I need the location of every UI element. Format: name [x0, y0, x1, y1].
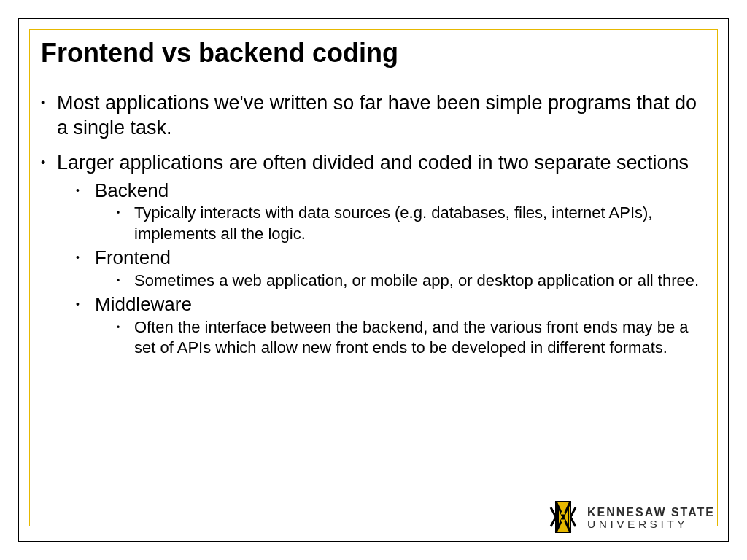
- slide-content: Frontend vs backend coding Most applicat…: [41, 38, 706, 519]
- sub-bullet-label: Middleware: [95, 293, 192, 315]
- detail-text: Often the interface between the backend,…: [134, 318, 688, 357]
- sub-bullet-frontend: Frontend Sometimes a web application, or…: [76, 246, 706, 291]
- logo-line1: KENNESAW STATE: [587, 507, 715, 518]
- university-logo: KENNESAW STATE UNIVERSITY: [546, 500, 715, 537]
- sub-bullet-label: Backend: [95, 179, 169, 201]
- bullet-text: Larger applications are often divided an…: [57, 152, 689, 174]
- bullet-list: Most applications we've written so far h…: [41, 91, 706, 357]
- sub-bullet-list: Backend Typically interacts with data so…: [57, 179, 706, 358]
- detail-item: Sometimes a web application, or mobile a…: [117, 271, 706, 291]
- detail-list: Often the interface between the backend,…: [95, 317, 706, 358]
- detail-list: Typically interacts with data sources (e…: [95, 203, 706, 244]
- bullet-text: Most applications we've written so far h…: [57, 92, 697, 139]
- ks-logo-icon: [546, 500, 580, 537]
- sub-bullet-label: Frontend: [95, 246, 171, 268]
- detail-item: Typically interacts with data sources (e…: [117, 203, 706, 244]
- logo-text: KENNESAW STATE UNIVERSITY: [587, 507, 715, 530]
- detail-text: Sometimes a web application, or mobile a…: [134, 271, 699, 289]
- bullet-item: Larger applications are often divided an…: [41, 151, 706, 358]
- sub-bullet-middleware: Middleware Often the interface between t…: [76, 292, 706, 358]
- detail-list: Sometimes a web application, or mobile a…: [95, 271, 706, 291]
- bullet-item: Most applications we've written so far h…: [41, 91, 706, 141]
- slide-title: Frontend vs backend coding: [41, 38, 706, 68]
- detail-text: Typically interacts with data sources (e…: [134, 203, 652, 242]
- logo-line2: UNIVERSITY: [587, 518, 715, 530]
- detail-item: Often the interface between the backend,…: [117, 317, 706, 358]
- slide: Frontend vs backend coding Most applicat…: [0, 0, 747, 560]
- sub-bullet-backend: Backend Typically interacts with data so…: [76, 179, 706, 244]
